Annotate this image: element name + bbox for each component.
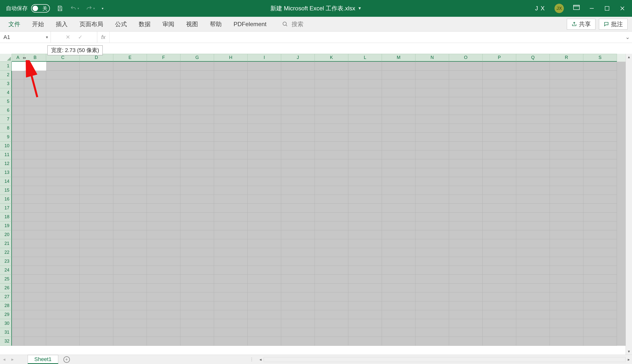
expand-formula-bar-icon[interactable]: ⌄ bbox=[623, 32, 632, 43]
column-header-r[interactable]: R bbox=[550, 54, 583, 62]
hscroll-track[interactable] bbox=[264, 357, 625, 362]
row-cells-23[interactable] bbox=[12, 257, 625, 266]
ribbon-display-options-icon[interactable] bbox=[573, 5, 580, 12]
tell-me-search[interactable]: 搜索 bbox=[282, 20, 303, 28]
row-header-24[interactable]: 24 bbox=[0, 266, 12, 275]
tab-view[interactable]: 视图 bbox=[180, 17, 204, 31]
tab-home[interactable]: 开始 bbox=[26, 17, 50, 31]
column-header-g[interactable]: G bbox=[180, 54, 214, 62]
row-cells-28[interactable] bbox=[12, 301, 625, 310]
row-header-11[interactable]: 11 bbox=[0, 150, 12, 159]
tab-help[interactable]: 帮助 bbox=[204, 17, 228, 31]
row-header-5[interactable]: 5 bbox=[0, 97, 12, 106]
row-header-13[interactable]: 13 bbox=[0, 168, 12, 177]
accept-formula-icon[interactable]: ✓ bbox=[78, 34, 83, 40]
row-header-1[interactable]: 1 bbox=[0, 62, 12, 70]
scroll-right-icon[interactable]: ► bbox=[625, 358, 632, 362]
row-header-31[interactable]: 31 bbox=[0, 328, 12, 337]
tab-file[interactable]: 文件 bbox=[3, 17, 26, 31]
sheet-tab-sheet1[interactable]: Sheet1 bbox=[28, 355, 58, 364]
row-header-12[interactable]: 12 bbox=[0, 159, 12, 168]
autosave-toggle[interactable]: 关 bbox=[31, 4, 50, 12]
row-header-17[interactable]: 17 bbox=[0, 204, 12, 212]
row-header-8[interactable]: 8 bbox=[0, 124, 12, 133]
row-cells-9[interactable] bbox=[12, 133, 625, 142]
column-header-h[interactable]: H bbox=[214, 54, 248, 62]
row-header-3[interactable]: 3 bbox=[0, 80, 12, 88]
row-header-15[interactable]: 15 bbox=[0, 186, 12, 195]
formula-input[interactable] bbox=[110, 32, 623, 43]
row-cells-19[interactable] bbox=[12, 222, 625, 230]
column-header-p[interactable]: P bbox=[483, 54, 516, 62]
column-header-l[interactable]: L bbox=[348, 54, 382, 62]
row-cells-16[interactable] bbox=[12, 195, 625, 204]
row-cells-24[interactable] bbox=[12, 266, 625, 275]
maximize-button[interactable] bbox=[604, 6, 610, 11]
column-header-e[interactable]: E bbox=[113, 54, 147, 62]
column-header-b[interactable]: B bbox=[24, 54, 46, 62]
share-button[interactable]: 共享 bbox=[567, 19, 595, 30]
fx-label-icon[interactable]: fx bbox=[97, 32, 110, 43]
user-avatar[interactable]: JX bbox=[554, 4, 564, 13]
row-header-21[interactable]: 21 bbox=[0, 239, 12, 248]
scroll-up-icon[interactable]: ▲ bbox=[627, 54, 631, 60]
row-cells-5[interactable] bbox=[12, 97, 625, 106]
row-header-19[interactable]: 19 bbox=[0, 222, 12, 230]
row-cells-17[interactable] bbox=[12, 204, 625, 212]
row-cells-27[interactable] bbox=[12, 292, 625, 301]
row-header-27[interactable]: 27 bbox=[0, 292, 12, 301]
column-header-f[interactable]: F bbox=[147, 54, 180, 62]
row-header-10[interactable]: 10 bbox=[0, 142, 12, 150]
row-cells-8[interactable] bbox=[12, 124, 625, 133]
row-header-22[interactable]: 22 bbox=[0, 248, 12, 257]
add-sheet-button[interactable]: + bbox=[62, 355, 72, 364]
row-cells-2[interactable] bbox=[12, 70, 625, 80]
row-cells-21[interactable] bbox=[12, 239, 625, 248]
row-header-9[interactable]: 9 bbox=[0, 133, 12, 142]
row-header-30[interactable]: 30 bbox=[0, 319, 12, 328]
qat-customize-icon[interactable]: ▾ bbox=[102, 6, 103, 10]
sheet-nav-next[interactable]: ► bbox=[9, 355, 17, 364]
select-all-triangle[interactable] bbox=[0, 54, 12, 62]
row-cells-14[interactable] bbox=[12, 177, 625, 186]
horizontal-scrollbar[interactable]: ◄ ► bbox=[257, 355, 632, 364]
tab-pdfelement[interactable]: PDFelement bbox=[228, 17, 272, 31]
scroll-down-icon[interactable]: ▼ bbox=[627, 348, 631, 355]
title-dropdown-icon[interactable]: ▼ bbox=[358, 6, 362, 10]
tab-layout[interactable]: 页面布局 bbox=[74, 17, 109, 31]
column-header-k[interactable]: K bbox=[315, 54, 348, 62]
column-header-j[interactable]: J bbox=[281, 54, 315, 62]
row-header-32[interactable]: 32 bbox=[0, 337, 12, 346]
row-header-28[interactable]: 28 bbox=[0, 301, 12, 310]
row-header-29[interactable]: 29 bbox=[0, 310, 12, 319]
row-cells-12[interactable] bbox=[12, 159, 625, 168]
row-header-16[interactable]: 16 bbox=[0, 195, 12, 204]
cancel-formula-icon[interactable]: ✕ bbox=[66, 34, 70, 40]
column-header-s[interactable]: S bbox=[583, 54, 617, 62]
row-header-2[interactable]: 2 bbox=[0, 70, 12, 80]
comments-button[interactable]: 批注 bbox=[599, 19, 627, 30]
column-header-a[interactable]: A⇔ bbox=[12, 54, 24, 62]
hscroll-splitter[interactable] bbox=[251, 355, 256, 364]
column-header-m[interactable]: M bbox=[382, 54, 416, 62]
row-header-6[interactable]: 6 bbox=[0, 106, 12, 115]
tab-insert[interactable]: 插入 bbox=[50, 17, 74, 31]
row-cells-29[interactable] bbox=[12, 310, 625, 319]
row-header-26[interactable]: 26 bbox=[0, 284, 12, 292]
row-cells-20[interactable] bbox=[12, 230, 625, 239]
tab-formulas[interactable]: 公式 bbox=[109, 17, 133, 31]
row-header-23[interactable]: 23 bbox=[0, 257, 12, 266]
row-cells-26[interactable] bbox=[12, 284, 625, 292]
minimize-button[interactable] bbox=[589, 6, 594, 11]
name-box-dropdown-icon[interactable]: ▼ bbox=[45, 35, 49, 39]
row-header-4[interactable]: 4 bbox=[0, 88, 12, 97]
row-cells-3[interactable] bbox=[12, 80, 625, 88]
row-cells-6[interactable] bbox=[12, 106, 625, 115]
column-header-o[interactable]: O bbox=[449, 54, 483, 62]
row-cells-32[interactable] bbox=[12, 337, 625, 346]
vertical-scrollbar[interactable]: ▲ ▼ bbox=[625, 54, 632, 355]
column-header-n[interactable]: N bbox=[416, 54, 449, 62]
scroll-left-icon[interactable]: ◄ bbox=[257, 358, 264, 362]
active-cell-a1[interactable] bbox=[12, 62, 24, 70]
row-cells-10[interactable] bbox=[12, 142, 625, 150]
